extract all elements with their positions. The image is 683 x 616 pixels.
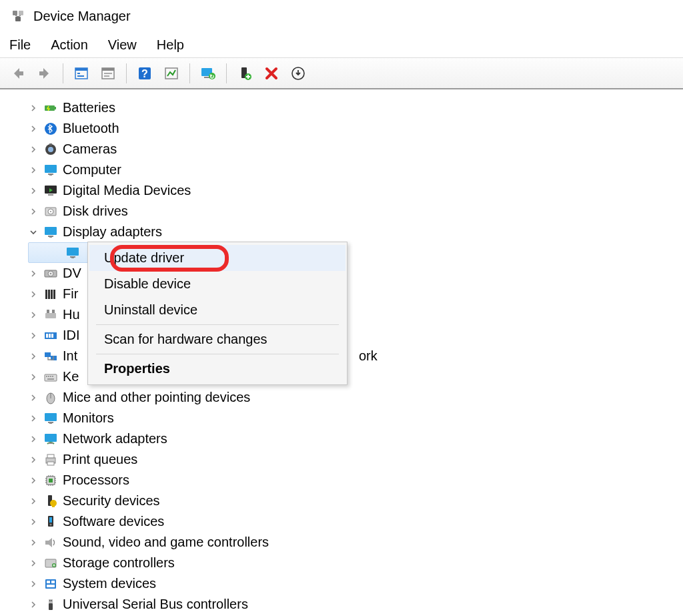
svg-rect-93 (49, 600, 51, 601)
svg-rect-63 (50, 376, 51, 377)
menubar: File Action View Help (0, 32, 683, 57)
help-button[interactable]: ? (133, 62, 156, 85)
tree-node-security[interactable]: Security devices (28, 491, 683, 511)
tree-node-monitor[interactable]: Monitors (28, 408, 683, 428)
window-title: Device Manager (33, 9, 131, 24)
chevron-down-icon[interactable] (28, 227, 39, 238)
tree-node-disk[interactable]: Disk drives (28, 201, 683, 222)
svg-point-83 (50, 523, 52, 525)
tree-node-system[interactable]: System devices (28, 573, 683, 594)
context-menu-item-properties[interactable]: Properties (89, 356, 346, 382)
svg-point-27 (48, 147, 53, 152)
hid-icon (43, 307, 59, 323)
svg-rect-48 (48, 290, 50, 299)
security-icon (43, 493, 59, 509)
chevron-right-icon[interactable] (28, 392, 39, 403)
tree-node-camera[interactable]: Cameras (28, 139, 683, 160)
chevron-right-icon[interactable] (28, 144, 39, 155)
toolbar-separator (63, 63, 63, 83)
toolbar: ? ↻ (0, 57, 683, 89)
monitor-icon (43, 224, 59, 240)
system-icon (43, 576, 59, 592)
tree-node-label: Print queues (63, 452, 137, 467)
context-menu-item-scan-for-hardware-changes[interactable]: Scan for hardware changes (89, 326, 346, 352)
tree-node-bluetooth[interactable]: Bluetooth (28, 118, 683, 139)
menu-action[interactable]: Action (51, 37, 88, 53)
chevron-right-icon[interactable] (28, 206, 39, 217)
svg-rect-30 (48, 174, 53, 175)
svg-rect-7 (77, 73, 80, 74)
chevron-right-icon[interactable] (28, 123, 39, 134)
svg-rect-91 (49, 603, 53, 610)
tree-node-usb[interactable]: Universal Serial Bus controllers (28, 594, 683, 615)
menu-help[interactable]: Help (157, 37, 184, 53)
context-menu-item-disable-device[interactable]: Disable device (89, 271, 346, 297)
disk-icon (43, 204, 59, 220)
enable-device-button[interactable] (233, 62, 256, 85)
chevron-right-icon[interactable] (28, 310, 39, 320)
svg-rect-70 (49, 423, 52, 424)
svg-rect-80 (52, 503, 55, 507)
chevron-right-icon[interactable] (28, 454, 39, 465)
context-menu-item-uninstall-device[interactable]: Uninstall device (89, 297, 346, 323)
svg-rect-47 (45, 290, 47, 299)
uninstall-device-button[interactable] (287, 62, 309, 85)
context-menu-item-update-driver[interactable]: Update driver (89, 245, 346, 271)
chevron-right-icon[interactable] (28, 268, 39, 279)
chevron-right-icon[interactable] (28, 103, 39, 113)
tree-node-label: Batteries (63, 100, 115, 115)
chevron-right-icon[interactable] (28, 372, 39, 382)
tree-node-storage[interactable]: Storage controllers (28, 553, 683, 573)
tree-node-netadp[interactable]: Network adapters (28, 428, 683, 449)
chevron-right-icon[interactable] (28, 496, 39, 507)
svg-marker-84 (45, 538, 52, 547)
chevron-right-icon[interactable] (28, 599, 39, 610)
context-menu-separator (96, 324, 339, 325)
update-driver-button[interactable]: ↻ (197, 62, 219, 85)
tree-node-monitor[interactable]: Display adapters (28, 222, 683, 242)
printer-icon (43, 452, 59, 468)
chevron-right-icon[interactable] (28, 330, 39, 341)
svg-line-4 (18, 15, 21, 17)
tree-node-mouse[interactable]: Mice and other pointing devices (28, 387, 683, 408)
tree-node-battery[interactable]: Batteries (28, 97, 683, 118)
tree-node-speaker[interactable]: Sound, video and game controllers (28, 532, 683, 553)
disable-device-button[interactable] (260, 62, 283, 85)
toolbar-separator (226, 63, 227, 83)
chevron-right-icon[interactable] (28, 351, 39, 362)
svg-rect-28 (49, 143, 52, 145)
back-button[interactable] (7, 62, 29, 85)
tree-node-label: Int (63, 348, 77, 364)
menu-view[interactable]: View (108, 37, 137, 53)
tree-node-cpu[interactable]: Processors (28, 470, 683, 491)
forward-button[interactable] (33, 62, 56, 85)
tree-node-label: Universal Serial Bus controllers (63, 597, 248, 612)
menu-file[interactable]: File (9, 37, 31, 53)
chevron-right-icon[interactable] (28, 289, 39, 300)
tree-node-software[interactable]: Software devices (28, 511, 683, 532)
chevron-right-icon[interactable] (28, 165, 39, 176)
show-hidden-button[interactable] (70, 62, 93, 85)
ide-icon (43, 328, 59, 344)
svg-rect-6 (75, 68, 87, 71)
scan-button[interactable] (160, 62, 183, 85)
dvd-icon (43, 266, 59, 282)
svg-rect-61 (46, 376, 47, 377)
tree-node-monitor[interactable]: Computer (28, 160, 683, 180)
chevron-right-icon[interactable] (28, 413, 39, 424)
properties-button[interactable] (97, 62, 119, 85)
svg-rect-34 (48, 194, 53, 196)
chevron-right-icon[interactable] (28, 579, 39, 589)
chevron-right-icon[interactable] (28, 537, 39, 548)
chevron-right-icon[interactable] (28, 475, 39, 486)
tree-node-printer[interactable]: Print queues (28, 449, 683, 470)
chevron-right-icon[interactable] (28, 517, 39, 527)
svg-rect-52 (47, 310, 49, 313)
svg-text:?: ? (141, 68, 148, 79)
chevron-right-icon[interactable] (28, 186, 39, 196)
chevron-right-icon[interactable] (28, 558, 39, 569)
chevron-right-icon[interactable] (28, 434, 39, 444)
svg-rect-23 (45, 105, 55, 111)
tree-node-media[interactable]: Digital Media Devices (28, 180, 683, 201)
svg-rect-90 (47, 585, 55, 587)
